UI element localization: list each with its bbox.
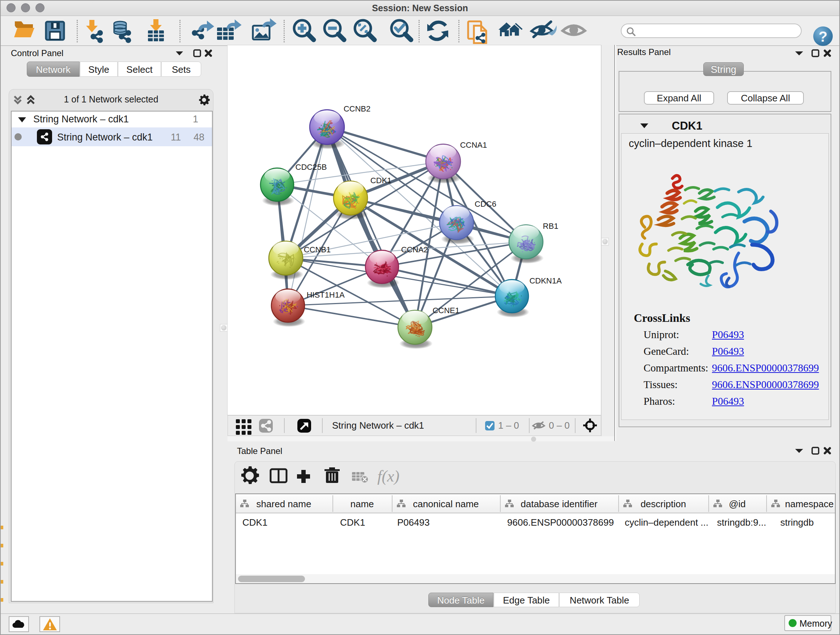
svg-text:String Network – cdk1: String Network – cdk1: [332, 420, 424, 431]
svg-text:f(x): f(x): [377, 467, 399, 485]
svg-text:0 – 0: 0 – 0: [549, 420, 570, 431]
svg-text:1 – 0: 1 – 0: [498, 420, 519, 431]
